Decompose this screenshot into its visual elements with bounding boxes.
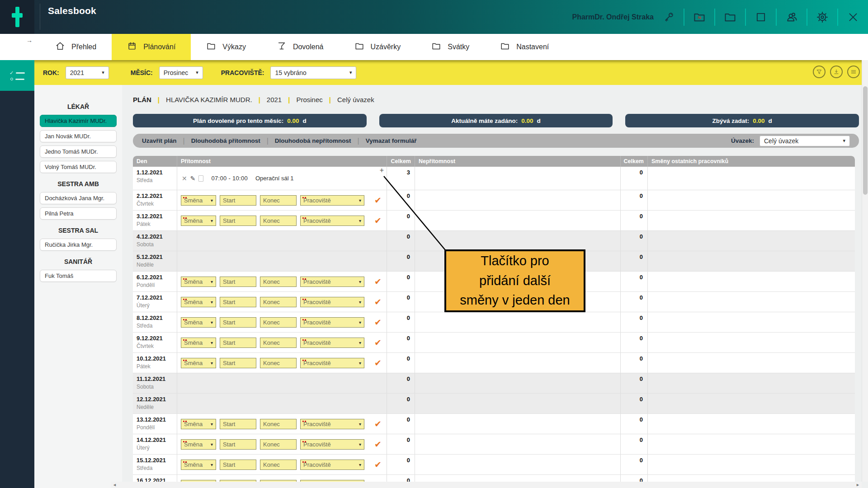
delete-icon[interactable]: ✕ <box>182 175 187 182</box>
start-input[interactable] <box>220 338 256 348</box>
tab-dovolena[interactable]: Dovolená <box>261 34 339 60</box>
pracoviste-field-select[interactable]: Pracoviště ▾ <box>300 358 364 368</box>
smena-select[interactable]: Směna ▾ <box>181 195 216 206</box>
confirm-check-icon[interactable]: ✔ <box>374 317 382 328</box>
konec-input[interactable] <box>260 419 297 429</box>
presence-cell <box>177 394 387 413</box>
pracoviste-field-select[interactable]: Pracoviště ▾ <box>300 419 364 429</box>
uvazek-select[interactable]: Celý úvazek▾ <box>760 136 850 146</box>
pracoviste-field-select[interactable]: Pracoviště ▾ <box>300 460 364 470</box>
row-date: 8.12.2021 <box>137 314 173 321</box>
sidebar-employee-item[interactable]: Jan Novák MUDr. <box>40 130 117 142</box>
vertical-scrollbar[interactable] <box>862 60 868 482</box>
smena-select[interactable]: Směna ▾ <box>181 358 216 368</box>
start-input[interactable] <box>220 297 256 307</box>
rok-select[interactable]: 2021▾ <box>66 66 109 79</box>
tab-nastaveni[interactable]: Nastavení <box>485 34 564 60</box>
row-celkem2: 0 <box>621 231 648 251</box>
edit-pencil-icon[interactable]: ✎ <box>190 175 196 182</box>
window-icon[interactable] <box>754 10 768 24</box>
close-icon[interactable] <box>846 10 860 24</box>
key-icon[interactable] <box>662 10 675 24</box>
start-input[interactable] <box>220 216 256 226</box>
konec-input[interactable] <box>260 216 297 226</box>
smena-select[interactable]: Směna ▾ <box>181 277 216 287</box>
start-input[interactable] <box>220 317 256 328</box>
sidebar-employee-item[interactable]: Hlavička Kazimír MUDr. <box>40 115 117 127</box>
konec-input[interactable] <box>260 338 297 348</box>
start-input[interactable] <box>220 419 256 429</box>
konec-input[interactable] <box>260 460 297 470</box>
smena-select[interactable]: Směna ▾ <box>181 297 216 307</box>
vymazat-formular-button[interactable]: Vymazat formulář <box>366 137 417 144</box>
tab-svatky[interactable]: Svátky <box>416 34 485 60</box>
employee-list-toggle[interactable]: ✓ <box>0 60 34 91</box>
confirm-check-icon[interactable]: ✔ <box>374 460 382 470</box>
pracoviste-field-select[interactable]: Pracoviště ▾ <box>300 277 364 287</box>
row-celkem2: 0 <box>621 455 648 474</box>
start-input[interactable] <box>220 358 256 368</box>
confirm-check-icon[interactable]: ✔ <box>374 195 382 206</box>
smena-select[interactable]: Směna ▾ <box>181 439 216 450</box>
konec-input[interactable] <box>260 277 297 287</box>
confirm-check-icon[interactable]: ✔ <box>374 358 382 368</box>
sidebar-employee-item[interactable]: Jedno Tomáš MUDr. <box>40 145 117 158</box>
konec-input[interactable] <box>260 297 297 307</box>
sidebar-employee-item[interactable]: Pilná Petra <box>40 207 117 220</box>
smena-select[interactable]: Směna ▾ <box>181 419 216 429</box>
folder-n-icon[interactable]: N <box>693 10 706 24</box>
scroll-right-arrow-icon[interactable]: ► <box>856 483 860 487</box>
app-logo[interactable] <box>0 0 34 34</box>
pracoviste-field-select[interactable]: Pracoviště ▾ <box>300 297 364 307</box>
smena-select[interactable]: Směna ▾ <box>181 338 216 348</box>
tab-vykazy[interactable]: Výkazy <box>191 34 261 60</box>
confirm-check-icon[interactable]: ✔ <box>374 216 382 226</box>
nav-collapse-arrow-icon[interactable]: → <box>26 37 33 44</box>
tab-uzaverky[interactable]: Uzávěrky <box>339 34 416 60</box>
sidebar-employee-item[interactable]: Volný Tomáš MUDr. <box>40 161 117 173</box>
add-shift-button[interactable]: + <box>380 167 384 174</box>
vertical-scrollbar-thumb[interactable] <box>863 86 868 195</box>
dlouhodoba-nepritomnost-button[interactable]: Dlouhodobá nepřítomnost <box>275 137 351 144</box>
folder-icon[interactable] <box>723 10 737 24</box>
menu-icon[interactable] <box>847 66 860 78</box>
uzavrit-plan-button[interactable]: Uzavřít plán <box>142 137 177 144</box>
confirm-check-icon[interactable]: ✔ <box>374 338 382 348</box>
confirm-check-icon[interactable]: ✔ <box>374 297 382 307</box>
smena-select[interactable]: Směna ▾ <box>181 317 216 328</box>
konec-input[interactable] <box>260 317 297 328</box>
pracoviste-field-select[interactable]: Pracoviště ▾ <box>300 195 364 206</box>
pracoviste-field-select[interactable]: Pracoviště ▾ <box>300 338 364 348</box>
pracoviste-select[interactable]: 15 vybráno▾ <box>270 66 356 79</box>
konec-input[interactable] <box>260 358 297 368</box>
pracoviste-field-select[interactable]: Pracoviště ▾ <box>300 317 364 328</box>
filter-icon[interactable] <box>813 66 826 78</box>
confirm-check-icon[interactable]: ✔ <box>374 439 382 450</box>
scroll-left-arrow-icon[interactable]: ◄ <box>113 483 117 487</box>
sidebar-employee-item[interactable]: Ručička Jirka Mgr. <box>40 239 117 251</box>
tab-planovani[interactable]: Plánování <box>112 34 191 60</box>
start-input[interactable] <box>220 439 256 450</box>
note-icon[interactable] <box>198 175 203 182</box>
export-icon[interactable] <box>830 66 843 78</box>
start-input[interactable] <box>220 277 256 287</box>
users-icon[interactable] <box>785 10 798 24</box>
row-date: 2.12.2021 <box>137 192 173 199</box>
sidebar-employee-item[interactable]: Fuk Tomáš <box>40 270 117 282</box>
start-input[interactable] <box>220 195 256 206</box>
mesic-select[interactable]: Prosinec▾ <box>159 66 203 79</box>
confirm-check-icon[interactable]: ✔ <box>374 277 382 287</box>
konec-input[interactable] <box>260 439 297 450</box>
sidebar-employee-item[interactable]: Docházková Jana Mgr. <box>40 192 117 204</box>
smena-select[interactable]: Směna ▾ <box>181 216 216 226</box>
pracoviste-field-select[interactable]: Pracoviště ▾ <box>300 216 364 226</box>
konec-input[interactable] <box>260 195 297 206</box>
dlouhodoba-pritomnost-button[interactable]: Dlouhodobá přítomnost <box>191 137 260 144</box>
smena-select[interactable]: Směna ▾ <box>181 460 216 470</box>
horizontal-scrollbar[interactable]: ◄ ► <box>111 482 862 488</box>
tab-prehled[interactable]: Přehled <box>40 34 112 60</box>
settings-icon[interactable] <box>816 10 829 24</box>
start-input[interactable] <box>220 460 256 470</box>
pracoviste-field-select[interactable]: Pracoviště ▾ <box>300 439 364 450</box>
confirm-check-icon[interactable]: ✔ <box>374 419 382 429</box>
